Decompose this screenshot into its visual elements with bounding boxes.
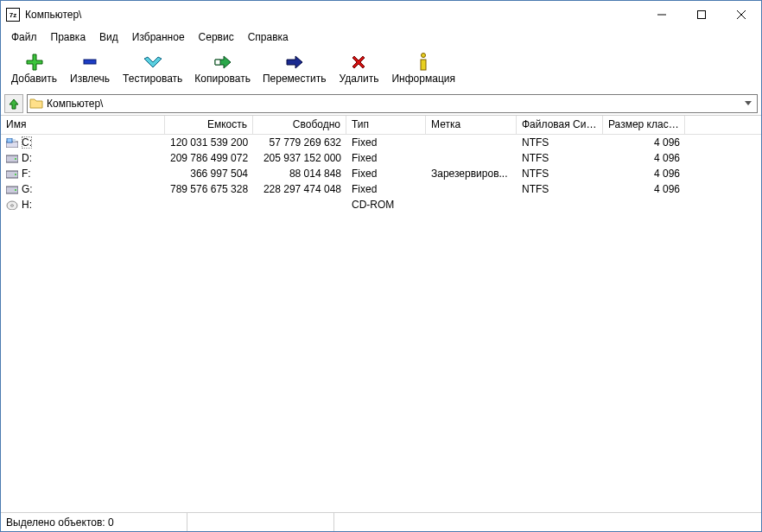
drive-capacity: 366 997 504 — [165, 168, 253, 180]
check-icon — [143, 54, 163, 71]
drive-free: 57 779 269 632 — [253, 136, 346, 149]
drive-cluster: 4 096 — [603, 183, 685, 195]
file-list: Имя Емкость Свободно Тип Метка Файловая … — [1, 115, 761, 512]
drive-name: G: — [22, 183, 33, 195]
svg-rect-1 — [698, 11, 706, 19]
info-icon — [413, 54, 434, 71]
close-button[interactable] — [721, 2, 761, 28]
extract-button[interactable]: Извлечь — [64, 48, 116, 90]
drive-cluster: 4 096 — [603, 136, 685, 149]
extract-label: Извлечь — [70, 73, 110, 85]
copy-button[interactable]: Копировать — [189, 48, 256, 90]
drive-name: H: — [22, 199, 32, 211]
svg-rect-11 — [15, 158, 16, 160]
drive-free: 88 014 848 — [253, 168, 346, 180]
status-selected: Выделено объектов: 0 — [6, 513, 187, 531]
copy-label: Копировать — [194, 73, 251, 85]
drive-row[interactable]: H:CD-ROM — [1, 197, 761, 212]
up-button[interactable] — [4, 94, 23, 113]
menu-view[interactable]: Вид — [92, 29, 125, 45]
menubar: Файл Правка Вид Избранное Сервис Справка — [1, 28, 761, 46]
maximize-button[interactable] — [682, 2, 721, 28]
col-name[interactable]: Имя — [1, 116, 165, 134]
info-button[interactable]: Информация — [386, 48, 460, 90]
test-label: Тестировать — [123, 73, 182, 85]
toolbar: Добавить Извлечь Тестировать Копировать … — [1, 46, 761, 92]
statusbar: Выделено объектов: 0 — [1, 512, 761, 531]
move-arrow-icon — [284, 54, 305, 71]
svg-point-17 — [11, 204, 14, 206]
drive-icon — [6, 169, 18, 179]
drive-fs: NTFS — [517, 183, 603, 195]
drive-row[interactable]: D:209 786 499 072205 937 152 000FixedNTF… — [1, 150, 761, 166]
drive-capacity: 120 031 539 200 — [165, 136, 253, 149]
drive-free: 228 297 474 048 — [253, 183, 346, 195]
drive-row[interactable]: F:366 997 50488 014 848FixedЗарезервиров… — [1, 166, 761, 181]
svg-rect-9 — [13, 139, 16, 142]
svg-rect-4 — [84, 60, 96, 64]
drive-cluster: 4 096 — [603, 152, 685, 164]
test-button[interactable]: Тестировать — [117, 48, 187, 90]
drive-type: Fixed — [346, 152, 426, 164]
drive-fs: NTFS — [517, 152, 603, 164]
delete-x-icon — [348, 54, 369, 71]
add-label: Добавить — [11, 73, 57, 85]
menu-file[interactable]: Файл — [4, 29, 44, 45]
svg-rect-13 — [15, 174, 16, 175]
window-controls — [642, 2, 761, 28]
pathbar: Компьютер\ — [1, 92, 761, 115]
menu-tools[interactable]: Сервис — [192, 29, 241, 45]
drive-capacity: 209 786 499 072 — [165, 152, 253, 164]
col-label[interactable]: Метка — [426, 116, 517, 134]
drive-icon — [6, 200, 18, 210]
status-pane-2 — [196, 513, 334, 531]
move-label: Переместить — [263, 73, 327, 85]
delete-label: Удалить — [340, 73, 379, 85]
drive-row[interactable]: G:789 576 675 328228 297 474 048FixedNTF… — [1, 181, 761, 197]
drive-name: D: — [22, 152, 32, 164]
drive-icon — [6, 138, 18, 148]
add-button[interactable]: Добавить — [6, 48, 62, 90]
drive-icon — [6, 154, 18, 163]
path-text: Компьютер\ — [47, 98, 103, 110]
drive-fs: NTFS — [517, 168, 603, 180]
col-filesystem[interactable]: Файловая Сис... — [517, 116, 603, 134]
svg-rect-6 — [421, 60, 426, 70]
chevron-down-icon[interactable] — [741, 97, 755, 111]
delete-button[interactable]: Удалить — [333, 48, 384, 90]
titlebar: 7z Компьютер\ — [1, 1, 761, 28]
col-cluster[interactable]: Размер класте... — [603, 116, 685, 134]
app-icon: 7z — [6, 8, 20, 22]
menu-edit[interactable]: Правка — [44, 29, 93, 45]
plus-icon — [24, 54, 45, 71]
up-arrow-icon — [7, 97, 21, 111]
window-title: Компьютер\ — [25, 9, 81, 21]
col-type[interactable]: Тип — [346, 116, 426, 134]
drive-fs: NTFS — [517, 136, 603, 149]
svg-rect-8 — [7, 138, 12, 142]
col-free[interactable]: Свободно — [253, 116, 346, 134]
menu-help[interactable]: Справка — [241, 29, 295, 45]
drive-cluster: 4 096 — [603, 168, 685, 180]
col-capacity[interactable]: Емкость — [165, 116, 253, 134]
move-button[interactable]: Переместить — [257, 48, 332, 90]
svg-rect-15 — [15, 189, 16, 191]
drive-icon — [6, 185, 18, 194]
svg-point-5 — [422, 54, 426, 58]
rows-container: C:120 031 539 20057 779 269 632FixedNTFS… — [1, 135, 761, 512]
drive-type: Fixed — [346, 136, 426, 149]
drive-label: Зарезервиров... — [426, 168, 517, 180]
info-label: Информация — [391, 73, 454, 85]
drive-row[interactable]: C:120 031 539 20057 779 269 632FixedNTFS… — [1, 135, 761, 150]
column-headers: Имя Емкость Свободно Тип Метка Файловая … — [1, 116, 761, 135]
drive-type: Fixed — [346, 168, 426, 180]
drive-type: CD-ROM — [346, 199, 426, 211]
drive-free: 205 937 152 000 — [253, 152, 346, 164]
drive-capacity: 789 576 675 328 — [165, 183, 253, 195]
minimize-button[interactable] — [642, 2, 682, 28]
drive-name: F: — [22, 168, 31, 180]
menu-favorites[interactable]: Избранное — [125, 29, 192, 45]
path-combobox[interactable]: Компьютер\ — [27, 94, 758, 113]
drive-type: Fixed — [346, 183, 426, 195]
copy-arrow-icon — [213, 54, 233, 71]
